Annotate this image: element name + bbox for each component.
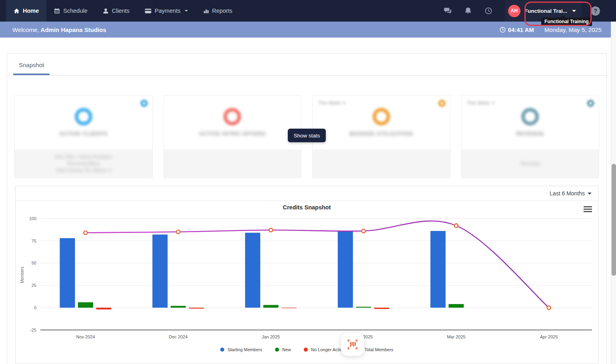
show-stats-button[interactable]: Show stats [288,129,326,142]
card-footer [313,149,450,178]
svg-text:Dec 2024: Dec 2024 [169,334,187,339]
svg-text:25: 25 [32,283,36,288]
legend-label: No Longer Active [311,347,345,352]
welcome-bar: Welcome, Admin Hapana Studios 04:41 AM M… [0,22,616,38]
svg-text:Apr 2025: Apr 2025 [540,334,558,339]
legend-label: Starting Members [227,347,262,352]
home-icon [14,8,20,14]
nav-item-label: Clients [112,8,130,14]
card-booked-utilization: This Week BOOKED UTILIZATION [312,95,451,178]
svg-text:100: 100 [29,216,36,221]
nav-item-payments[interactable]: Payments [137,0,195,22]
card-top: ACTIVE INTRO OFFERS [164,95,301,149]
legend-item[interactable]: New [275,347,291,352]
range-label: Last 6 Months [550,190,585,197]
credits-snapshot-panel: Last 6 Months Credits Snapshot 100755025… [15,186,598,364]
notifications-bell-icon[interactable] [464,7,472,15]
period-selector[interactable]: This Week [318,100,346,106]
welcome-message: Welcome, Admin Hapana Studios [12,26,106,33]
nav-item-label: Schedule [63,8,87,14]
time-text: 04:41 AM [508,26,534,33]
footer-line: Recurring Billing [68,161,100,166]
current-time: 04:41 AM [500,26,534,33]
legend-dot [275,348,279,352]
scan-barcode-button[interactable] [341,333,364,356]
scrollbar-track [611,22,616,364]
scrollbar-thumb[interactable] [612,164,616,276]
period-selector[interactable]: This Week [467,100,495,106]
bar-chart-icon [203,8,209,14]
card-top: This Week REVENUE [462,95,599,149]
nav-item-label: Payments [155,8,180,14]
help-icon[interactable]: ? [591,6,600,16]
footer-line: Recurring [520,161,540,166]
donut-ring [223,108,241,125]
nav-item-home[interactable]: Home [6,0,46,22]
welcome-prefix: Welcome, [12,26,39,33]
tab-snapshot[interactable]: Snapshot [13,62,50,75]
credit-card-icon [145,8,152,14]
svg-text:Mar 2025: Mar 2025 [447,334,465,339]
legend-item[interactable]: No Longer Active [304,347,345,352]
card-title: REVENUE [516,131,544,137]
legend-label: Total Members [365,347,393,352]
card-footer: Recurring [462,149,599,178]
admin-name: Admin Hapana Studios [41,26,106,33]
card-footer: Intro Offer + Active Packages Recurring … [15,149,152,178]
legend-label: New [282,347,291,352]
chart-header: Last 6 Months [16,186,598,201]
donut-ring [75,108,92,125]
card-title: ACTIVE CLIENTS [59,131,108,137]
svg-text:Nov 2024: Nov 2024 [76,334,95,339]
svg-text:0: 0 [34,305,36,310]
svg-text:-25: -25 [30,328,36,332]
gear-icon[interactable] [437,99,447,108]
person-icon [103,8,109,14]
barcode-scan-icon [346,339,359,350]
period-label: This Week [318,100,341,106]
svg-text:75: 75 [32,239,36,243]
nav-item-label: Home [23,8,39,14]
svg-text:Jan 2025: Jan 2025 [262,334,280,339]
card-active-clients: ACTIVE CLIENTS Intro Offer + Active Pack… [14,95,153,178]
clock-history-icon[interactable] [484,7,492,15]
legend-dot [304,348,308,352]
messages-icon[interactable] [444,7,452,15]
nav-item-label: Reports [212,8,233,14]
card-active-intro-offers: ACTIVE INTRO OFFERS [163,95,302,178]
chevron-down-icon [588,193,592,195]
card-top: ACTIVE CLIENTS [15,95,152,149]
chart-legend: Starting MembersNewNo Longer ActiveTotal… [16,347,598,352]
donut-ring [373,108,390,125]
card-footer [164,149,301,178]
card-revenue: This Week REVENUE Recurring [461,95,600,178]
donut-ring [521,108,539,125]
legend-item[interactable]: Starting Members [220,347,262,352]
nav-item-clients[interactable]: Clients [95,0,137,22]
card-title: ACTIVE INTRO OFFERS [199,131,266,137]
card-title: BOOKED UTILIZATION [349,131,413,137]
account-label: Functional Trai... [524,8,567,14]
footer-line: Intro Offer + Active Packages [55,154,112,159]
chevron-down-icon [343,102,346,104]
datetime-group: 04:41 AM Monday, May 5, 2025 [500,26,602,33]
legend-dot [220,348,224,352]
chevron-down-icon [492,102,495,104]
tabs-row: Snapshot [7,54,606,76]
chevron-down-icon [185,10,188,12]
nav-item-reports[interactable]: Reports [195,0,240,22]
chart-title: Credits Snapshot [16,204,598,211]
account-tooltip: Functional Training [541,18,592,26]
chart-body: Credits Snapshot 1007550250-25MembersNov… [16,201,598,364]
gear-icon[interactable] [140,99,149,108]
svg-text:Members: Members [20,267,24,283]
main-nav: Home Schedule Clients Payments Reports [0,0,240,22]
chart-menu-icon[interactable] [584,206,592,213]
period-label: This Week [467,100,490,106]
clock-icon [500,27,506,33]
current-date: Monday, May 5, 2025 [544,26,602,33]
nav-item-schedule[interactable]: Schedule [46,0,95,22]
range-selector[interactable]: Last 6 Months [550,190,592,197]
gear-icon[interactable] [586,99,595,108]
footer-line: Total Contract: 96, Absent: 0 [56,168,111,173]
